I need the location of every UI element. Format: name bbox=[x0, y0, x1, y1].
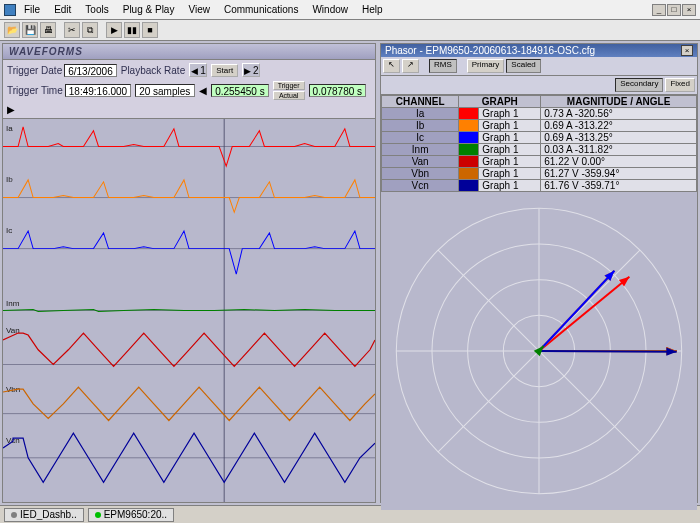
waveforms-title: WAVEFORMS bbox=[3, 44, 375, 60]
table-row[interactable]: VanGraph 161.22 V 0.00° bbox=[382, 156, 697, 168]
tool-save-icon[interactable]: 💾 bbox=[22, 22, 38, 38]
status-dot-grey-icon bbox=[11, 512, 17, 518]
nav-prev-button[interactable]: ◀ 1 bbox=[189, 63, 207, 77]
ch-label-inm: Inm bbox=[6, 299, 20, 308]
menu-view[interactable]: View bbox=[182, 2, 216, 17]
svg-line-26 bbox=[539, 271, 614, 351]
tool-print-icon[interactable]: 🖶 bbox=[40, 22, 56, 38]
svg-line-22 bbox=[539, 277, 629, 351]
th-magnitude: MAGNITUDE / ANGLE bbox=[541, 96, 697, 108]
tool-open-icon[interactable]: 📂 bbox=[4, 22, 20, 38]
trigger-time-field[interactable]: 18:49:16.000 bbox=[65, 84, 131, 97]
phasor-panel: Phasor - EPM9650-20060613-184916-OSC.cfg… bbox=[380, 43, 698, 503]
slider-right-icon[interactable]: ▶ bbox=[7, 104, 15, 115]
trigger-date-field[interactable]: 6/13/2006 bbox=[64, 64, 117, 77]
ch-label-ib: Ib bbox=[6, 175, 13, 184]
trigger-date-label: Trigger Date bbox=[7, 65, 62, 76]
tool-cut-icon[interactable]: ✂ bbox=[64, 22, 80, 38]
app-icon bbox=[4, 4, 16, 16]
tool-copy-icon[interactable]: ⧉ bbox=[82, 22, 98, 38]
status-tab-2[interactable]: EPM9650:20.. bbox=[88, 508, 174, 522]
primary-button[interactable]: Primary bbox=[467, 59, 505, 73]
ch-label-ic: Ic bbox=[6, 226, 12, 235]
rms-button[interactable]: RMS bbox=[429, 59, 457, 73]
table-row[interactable]: IcGraph 10.69 A -313.25° bbox=[382, 132, 697, 144]
maximize-button[interactable]: □ bbox=[667, 4, 681, 16]
menu-window[interactable]: Window bbox=[306, 2, 354, 17]
menu-file[interactable]: File bbox=[18, 2, 46, 17]
slider-left-icon[interactable]: ◀ bbox=[199, 85, 207, 96]
ch-label-ia: Ia bbox=[6, 124, 13, 133]
table-row[interactable]: InmGraph 10.03 A -311.82° bbox=[382, 144, 697, 156]
time-display-1: 0.255450 s bbox=[211, 84, 269, 97]
secondary-button[interactable]: Secondary bbox=[615, 78, 663, 92]
status-tab-1[interactable]: IED_Dashb.. bbox=[4, 508, 84, 522]
waveform-plot[interactable]: Ia Ib Ic Inm Van Vbn Vcn bbox=[3, 119, 375, 502]
start-button[interactable]: Start bbox=[211, 64, 238, 77]
svg-line-20 bbox=[539, 351, 677, 352]
tool-play-icon[interactable]: ▶ bbox=[106, 22, 122, 38]
phasor-title: Phasor - EPM9650-20060613-184916-OSC.cfg bbox=[385, 45, 595, 56]
fixed-button[interactable]: Fixed bbox=[665, 78, 695, 92]
menu-help[interactable]: Help bbox=[356, 2, 389, 17]
phasor-table: CHANNEL GRAPH MAGNITUDE / ANGLE IaGraph … bbox=[381, 95, 697, 192]
toolbar: 📂 💾 🖶 ✂ ⧉ ▶ ▮▮ ■ bbox=[0, 20, 700, 41]
close-button[interactable]: × bbox=[682, 4, 696, 16]
scaled-button[interactable]: Scaled bbox=[506, 59, 540, 73]
table-row[interactable]: VbnGraph 161.27 V -359.94° bbox=[382, 168, 697, 180]
table-row[interactable]: IbGraph 10.69 A -313.22° bbox=[382, 120, 697, 132]
phasor-tool-2[interactable]: ↗ bbox=[402, 59, 419, 73]
minimize-button[interactable]: _ bbox=[652, 4, 666, 16]
status-dot-green-icon bbox=[95, 512, 101, 518]
table-row[interactable]: IaGraph 10.73 A -320.56° bbox=[382, 108, 697, 120]
time-display-2: 0.078780 s bbox=[309, 84, 367, 97]
phasor-tool-1[interactable]: ↖ bbox=[383, 59, 400, 73]
th-channel: CHANNEL bbox=[382, 96, 459, 108]
table-row[interactable]: VcnGraph 161.76 V -359.71° bbox=[382, 180, 697, 192]
menubar: File Edit Tools Plug & Play View Communi… bbox=[0, 0, 700, 20]
playback-rate-field[interactable]: 20 samples bbox=[135, 84, 195, 97]
waveforms-panel: WAVEFORMS Trigger Date 6/13/2006 Playbac… bbox=[2, 43, 376, 503]
phasor-close-button[interactable]: × bbox=[681, 45, 693, 56]
tool-pause-icon[interactable]: ▮▮ bbox=[124, 22, 140, 38]
svg-marker-21 bbox=[666, 348, 676, 356]
menu-communications[interactable]: Communications bbox=[218, 2, 304, 17]
menu-tools[interactable]: Tools bbox=[79, 2, 114, 17]
menu-plug-play[interactable]: Plug & Play bbox=[117, 2, 181, 17]
tool-stop-icon[interactable]: ■ bbox=[142, 22, 158, 38]
phasor-plot[interactable] bbox=[381, 192, 697, 510]
trigger-button[interactable]: Trigger bbox=[273, 81, 305, 90]
nav-next-button[interactable]: ▶ 2 bbox=[242, 63, 260, 77]
menu-edit[interactable]: Edit bbox=[48, 2, 77, 17]
playback-rate-label: Playback Rate bbox=[121, 65, 185, 76]
th-graph: GRAPH bbox=[459, 96, 541, 108]
trigger-time-label: Trigger Time bbox=[7, 85, 63, 96]
actual-button[interactable]: Actual bbox=[273, 91, 305, 100]
